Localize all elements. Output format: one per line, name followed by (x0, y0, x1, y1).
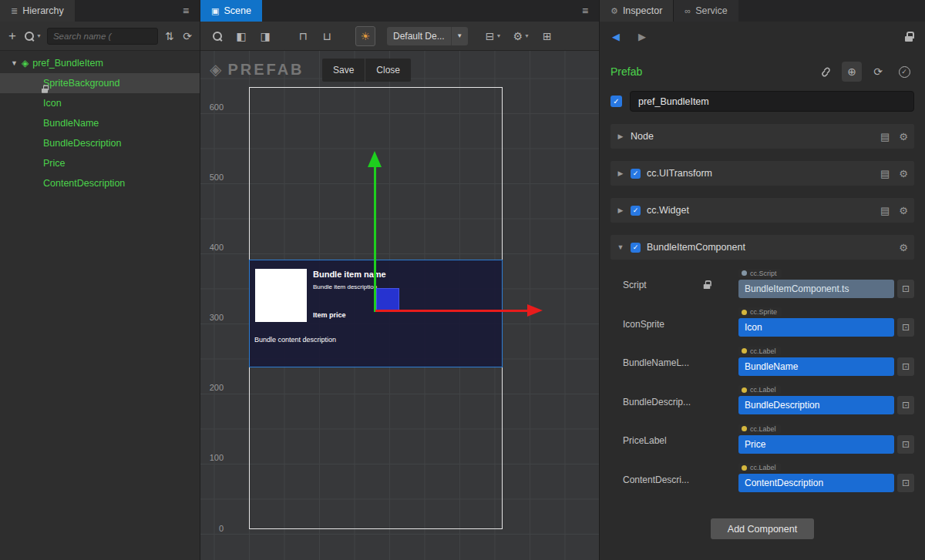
zoom-icon[interactable] (211, 28, 224, 45)
apply-prefab-icon[interactable]: ✓ (894, 62, 914, 82)
nav-back-icon[interactable]: ◀ (612, 31, 620, 42)
mode-dropdown[interactable]: Default De... ▼ (387, 27, 468, 45)
locate-asset-icon[interactable]: ⊕ (842, 62, 862, 82)
search-input[interactable] (47, 28, 158, 45)
section-uitransform[interactable]: ▶ cc.UITransform ▤⚙ (610, 161, 914, 186)
tree-item-spritebackground[interactable]: SpriteBackground (0, 73, 200, 93)
tree-item-label: pref_BundleItem (32, 58, 103, 69)
expand-arrow-icon[interactable]: ▼ (11, 59, 22, 67)
align-bottom-icon[interactable]: ⊔ (321, 28, 333, 45)
align-top-icon[interactable]: ⊓ (297, 28, 309, 45)
collapse-arrow-icon[interactable]: ▶ (617, 132, 624, 140)
tabbar-spacer (262, 0, 571, 22)
node-reference-field[interactable]: Price (738, 435, 894, 454)
collapse-all-icon[interactable]: ⇅ (163, 28, 176, 45)
gear-dropdown-icon[interactable]: ⚙▼ (513, 28, 530, 45)
section-bundleitemcomponent[interactable]: ▼ BundleItemComponent ⚙ (610, 235, 914, 260)
node-reference-field[interactable]: BundleName (738, 357, 894, 376)
hierarchy-menu-icon[interactable]: ≡ (172, 0, 200, 22)
locate-reference-icon[interactable]: ⊡ (897, 435, 914, 454)
prefab-cube-icon: ◈ (210, 60, 221, 79)
type-dot-icon (742, 387, 747, 393)
gizmo-settings-button[interactable]: ☀ (355, 26, 375, 46)
doc-icon[interactable]: ▤ (880, 205, 890, 216)
collapse-arrow-icon[interactable]: ▼ (617, 243, 624, 251)
script-reference-field[interactable]: BundleItemComponent.ts (738, 280, 894, 298)
tree-item-icon[interactable]: Icon (0, 93, 200, 113)
locate-reference-icon[interactable]: ⊡ (897, 357, 914, 376)
lock-icon[interactable] (905, 32, 913, 42)
node-reference-field[interactable]: ContentDescription (738, 474, 894, 492)
doc-icon[interactable]: ▤ (880, 168, 890, 179)
section-widget[interactable]: ▶ cc.Widget ▤⚙ (610, 198, 914, 223)
scene-menu-icon[interactable]: ≡ (571, 0, 599, 22)
tab-inspector[interactable]: ⚙ Inspector (600, 0, 673, 22)
nav-forward-icon[interactable]: ▶ (638, 31, 646, 42)
collapse-arrow-icon[interactable]: ▶ (617, 206, 624, 214)
scene-viewport[interactable]: 600 500 400 300 200 100 0 ◈ PREFAB Save … (200, 51, 599, 560)
ruler-label: 600 (204, 102, 224, 112)
gizmo-y-axis-arrowhead[interactable] (368, 151, 382, 167)
locate-reference-icon[interactable]: ⊡ (897, 280, 914, 298)
gizmo-x-axis-arrowhead[interactable] (527, 304, 543, 317)
gizmo-anchor-handle[interactable] (376, 288, 399, 311)
unlink-prefab-icon[interactable] (816, 62, 836, 82)
type-chip-label: cc.Label (750, 386, 776, 394)
rotate-gizmo-icon[interactable]: ◨ (259, 28, 271, 45)
ruler-label: 0 (204, 524, 224, 533)
component-properties: Script cc.Script BundleItemComponent.ts … (610, 267, 914, 492)
add-component-button[interactable]: Add Component (711, 518, 814, 539)
lock-icon[interactable] (42, 85, 48, 92)
locate-reference-icon[interactable]: ⊡ (897, 318, 914, 337)
gear-icon[interactable]: ⚙ (899, 205, 908, 216)
collapse-arrow-icon[interactable]: ▶ (617, 169, 624, 177)
tree-item-bundledescription[interactable]: BundleDescription (0, 133, 200, 153)
reset-prefab-icon[interactable]: ⟳ (868, 62, 888, 82)
doc-icon[interactable]: ▤ (880, 131, 890, 143)
search-icon[interactable]: ▼ (24, 28, 42, 45)
tree-item-price[interactable]: Price (0, 153, 200, 173)
component-enabled-checkbox[interactable] (631, 206, 641, 216)
locate-reference-icon[interactable]: ⊡ (897, 474, 914, 492)
tree-item-bundlename[interactable]: BundleName (0, 113, 200, 133)
tab-hierarchy[interactable]: ≣ Hierarchy (0, 0, 75, 22)
prop-bundlename-label: BundleNameL... cc.Label BundleName ⊡ (610, 345, 914, 376)
scene-tabbar: ▣ Scene ≡ (200, 0, 599, 22)
tree-item-contentdescription[interactable]: ContentDescription (0, 173, 200, 193)
node-reference-field[interactable]: BundleDescription (738, 396, 894, 414)
type-chip: cc.Label (738, 424, 781, 434)
tab-scene[interactable]: ▣ Scene (200, 0, 262, 22)
type-chip-label: cc.Script (750, 270, 777, 277)
translate-gizmo-icon[interactable]: ◧ (235, 28, 247, 45)
sun-icon: ☀ (361, 30, 371, 42)
locate-reference-icon[interactable]: ⊡ (897, 396, 914, 414)
gizmo-x-axis[interactable] (375, 310, 528, 312)
prop-label-text: BundleNameL... (623, 357, 689, 368)
section-label: BundleItemComponent (647, 242, 745, 253)
section-node[interactable]: ▶ Node ▤⚙ (610, 124, 914, 149)
type-dot-icon (742, 426, 747, 431)
refresh-icon[interactable]: ⟳ (181, 28, 193, 45)
gear-icon[interactable]: ⚙ (899, 242, 908, 253)
ruler-label: 500 (204, 173, 224, 182)
node-name-input[interactable] (630, 91, 914, 112)
hierarchy-icon: ≣ (11, 6, 18, 16)
type-chip: cc.Label (738, 347, 781, 356)
tree-item-pref-bundleitem[interactable]: ▼ ◈ pref_BundleItem (0, 53, 200, 73)
active-checkbox[interactable] (610, 96, 622, 107)
layers-dropdown-icon[interactable]: ⊟▼ (486, 28, 502, 45)
prop-label-text: PriceLabel (623, 435, 667, 446)
icon-sprite-preview (255, 269, 307, 322)
gear-icon[interactable]: ⚙ (899, 131, 908, 143)
gear-icon[interactable]: ⚙ (899, 168, 908, 179)
add-node-button[interactable]: + (6, 28, 18, 45)
tab-service[interactable]: ∞ Service (673, 0, 738, 22)
grid-view-icon[interactable]: ⊞ (541, 28, 553, 45)
node-reference-field[interactable]: Icon (738, 318, 894, 337)
component-enabled-checkbox[interactable] (631, 169, 641, 179)
save-button[interactable]: Save (322, 59, 365, 82)
close-button[interactable]: Close (365, 59, 411, 82)
tab-service-label: Service (695, 5, 728, 16)
type-dot-icon (742, 348, 747, 354)
component-enabled-checkbox[interactable] (631, 243, 641, 253)
